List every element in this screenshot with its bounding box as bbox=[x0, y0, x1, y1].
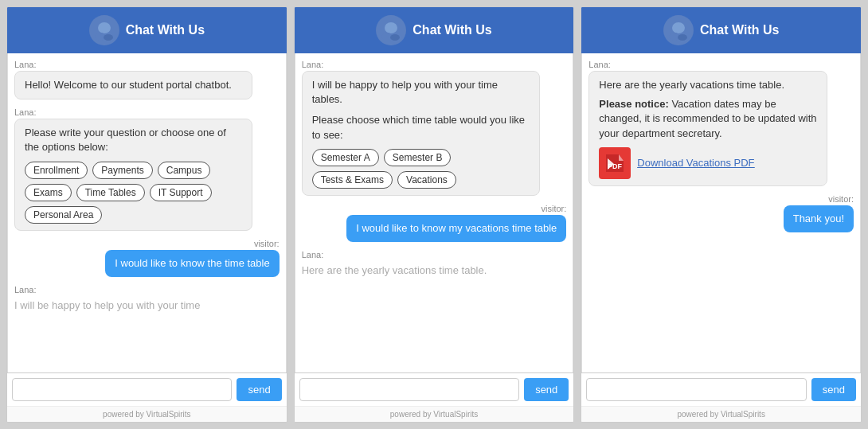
chat-panel-1: Chat With Us Lana: Hello! Welcome to our… bbox=[6, 6, 287, 423]
powered-by-2: powered by VirtualSpirits bbox=[295, 406, 574, 422]
send-button-2[interactable]: send bbox=[524, 378, 569, 401]
input-area-2: send bbox=[295, 372, 574, 406]
visitor-row-2: visitor: I would like to know my vacatio… bbox=[302, 204, 567, 250]
pdf-link[interactable]: PDF Download Vacations PDF bbox=[599, 147, 816, 179]
fade-message-2: Here are the yearly vacations time table… bbox=[302, 261, 567, 279]
header-avatar-3 bbox=[663, 15, 694, 45]
option-timetables[interactable]: Time Tables bbox=[76, 184, 145, 201]
option-personalarea[interactable]: Personal Area bbox=[25, 206, 102, 224]
visitor-row-1: visitor: I would like to know the time t… bbox=[14, 239, 280, 285]
header-avatar-1 bbox=[89, 15, 119, 45]
messages-wrapper-3: Lana: Here are the yearly vacations time… bbox=[581, 53, 861, 372]
chat-messages-2: Lana: I will be happy to help you with y… bbox=[295, 53, 574, 372]
bot-message-2a: I will be happy to help you with your ti… bbox=[302, 71, 540, 196]
svg-point-2 bbox=[104, 34, 113, 41]
chat-messages-1: Lana: Hello! Welcome to our student port… bbox=[7, 53, 287, 372]
option-tests-exams[interactable]: Tests & Exams bbox=[312, 171, 393, 189]
messages-wrapper-2: Lana: I will be happy to help you with y… bbox=[295, 53, 574, 372]
chat-input-1[interactable] bbox=[12, 378, 232, 401]
chat-messages-3: Lana: Here are the yearly vacations time… bbox=[581, 53, 861, 372]
header-title-1: Chat With Us bbox=[126, 23, 205, 37]
panels-container: Chat With Us Lana: Hello! Welcome to our… bbox=[0, 0, 868, 429]
svg-point-8 bbox=[678, 34, 687, 41]
pdf-icon: PDF bbox=[599, 147, 631, 179]
visitor-message-1: I would like to know the time table bbox=[105, 250, 279, 277]
bot-message-1a: Hello! Welcome to our student portal cha… bbox=[14, 71, 252, 99]
option-semester-a[interactable]: Semester A bbox=[312, 149, 379, 166]
lana-label-1b: Lana: bbox=[14, 107, 280, 117]
visitor-label-2: visitor: bbox=[542, 204, 567, 213]
lana-label-2a: Lana: bbox=[302, 60, 567, 69]
option-enrollment[interactable]: Enrollment bbox=[25, 162, 88, 179]
options-container-2: Semester A Semester B Tests & Exams Vaca… bbox=[312, 149, 530, 189]
visitor-label-1: visitor: bbox=[254, 239, 280, 248]
header-avatar-2 bbox=[376, 15, 406, 45]
header-title-2: Chat With Us bbox=[412, 23, 491, 37]
option-semester-b[interactable]: Semester B bbox=[384, 149, 452, 166]
input-area-3: send bbox=[581, 372, 861, 406]
lana-label-1c: Lana: bbox=[14, 285, 280, 294]
messages-wrapper-1: Lana: Hello! Welcome to our student port… bbox=[7, 53, 287, 372]
chat-input-2[interactable] bbox=[299, 378, 519, 401]
svg-point-6 bbox=[672, 22, 685, 33]
option-payments[interactable]: Payments bbox=[92, 162, 152, 179]
send-button-1[interactable]: send bbox=[237, 378, 281, 401]
option-vacations[interactable]: Vacations bbox=[397, 171, 456, 189]
visitor-label-3: visitor: bbox=[828, 194, 854, 204]
lana-label-3a: Lana: bbox=[588, 60, 854, 69]
svg-point-5 bbox=[390, 34, 400, 41]
visitor-message-2: I would like to know my vacations time t… bbox=[346, 215, 566, 242]
option-exams[interactable]: Exams bbox=[25, 184, 72, 201]
header-title-3: Chat With Us bbox=[700, 23, 779, 37]
option-campus[interactable]: Campus bbox=[158, 162, 211, 179]
chat-panel-2: Chat With Us Lana: I will be happy to he… bbox=[294, 6, 575, 423]
bot-message-3a: Here are the yearly vacations time table… bbox=[588, 71, 827, 186]
notice-prefix: Please notice: bbox=[599, 98, 668, 110]
bot-message-1b: Please write your question or choose one… bbox=[14, 119, 252, 230]
powered-by-3: powered by VirtualSpirits bbox=[581, 406, 861, 422]
visitor-row-3: visitor: Thank you! bbox=[588, 194, 854, 240]
input-area-1: send bbox=[7, 372, 287, 406]
pdf-link-text[interactable]: Download Vacations PDF bbox=[637, 156, 754, 170]
powered-by-1: powered by VirtualSpirits bbox=[7, 406, 287, 422]
fade-message-1: I will be happy to help you with your ti… bbox=[14, 296, 280, 314]
chat-header-2: Chat With Us bbox=[295, 7, 574, 53]
chat-panel-3: Chat With Us Lana: Here are the yearly v… bbox=[581, 6, 862, 423]
lana-label-2b: Lana: bbox=[302, 250, 567, 259]
svg-point-0 bbox=[98, 22, 111, 33]
chat-input-3[interactable] bbox=[586, 378, 806, 401]
send-button-3[interactable]: send bbox=[811, 378, 856, 401]
visitor-message-3: Thank you! bbox=[784, 205, 854, 232]
chat-header-3: Chat With Us bbox=[581, 7, 861, 53]
options-container-1: Enrollment Payments Campus Exams Time Ta… bbox=[25, 162, 242, 224]
lana-label-1a: Lana: bbox=[14, 60, 280, 69]
option-itsupport[interactable]: IT Support bbox=[150, 184, 212, 201]
svg-point-3 bbox=[385, 22, 397, 33]
chat-header-1: Chat With Us bbox=[7, 7, 287, 53]
